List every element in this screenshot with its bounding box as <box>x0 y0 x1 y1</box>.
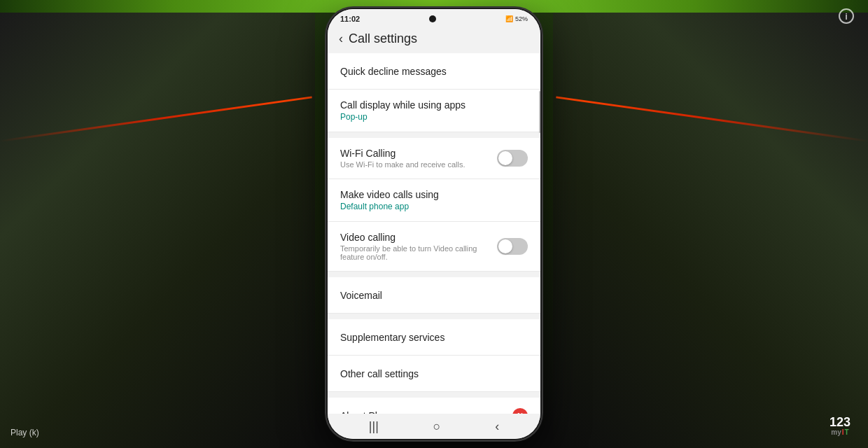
camera-dot <box>429 15 436 22</box>
item-text-video-calls: Make video calls using Default phone app <box>340 189 528 211</box>
settings-item-other-call[interactable]: Other call settings <box>328 356 540 392</box>
item-subtitle-video-calling: Temporarily be able to turn Video callin… <box>340 244 497 261</box>
nav-menu-button[interactable]: ||| <box>369 419 379 434</box>
item-title-other-call: Other call settings <box>340 368 528 379</box>
phone-outer: 11:02 📶 52% ‹ Call settings Quick declin… <box>326 7 542 441</box>
toggle-wifi-calling[interactable] <box>497 150 528 167</box>
item-title-call-display: Call display while using apps <box>340 99 528 111</box>
divider-1 <box>328 132 540 138</box>
logo-it-r: I <box>842 428 844 436</box>
item-text-wifi-calling: Wi-Fi Calling Use Wi-Fi to make and rece… <box>340 148 497 169</box>
item-text-voicemail: Voicemail <box>340 290 528 301</box>
item-title-video-calls: Make video calls using <box>340 189 528 200</box>
logo-my: my <box>831 428 841 436</box>
phone-wrapper: 11:02 📶 52% ‹ Call settings Quick declin… <box>326 7 542 441</box>
settings-item-quick-decline[interactable]: Quick decline messages <box>328 53 540 90</box>
logo-it-g: T <box>845 428 849 436</box>
item-subtitle-video-calls: Default phone app <box>340 202 528 211</box>
page-title: Call settings <box>349 31 417 46</box>
status-time: 11:02 <box>340 15 360 23</box>
item-title-wifi-calling: Wi-Fi Calling <box>340 148 497 159</box>
settings-item-video-calls[interactable]: Make video calls using Default phone app <box>328 179 540 222</box>
logo: 123 my IT <box>819 416 861 441</box>
item-text-video-calling: Video calling Temporarily be able to tur… <box>340 232 497 261</box>
nav-home-button[interactable]: ○ <box>433 419 441 434</box>
info-icon[interactable]: i <box>839 8 854 24</box>
divider-4 <box>328 392 540 398</box>
app-header: ‹ Call settings <box>328 29 540 53</box>
nav-back-button[interactable]: ‹ <box>495 419 499 434</box>
play-label: Play (k) <box>10 428 39 438</box>
wall-right <box>553 13 868 448</box>
divider-2 <box>328 272 540 277</box>
settings-item-call-display[interactable]: Call display while using apps Pop-up <box>328 90 540 132</box>
battery-text: 52% <box>515 15 528 22</box>
status-bar: 11:02 📶 52% <box>328 9 540 29</box>
bottom-nav: ||| ○ ‹ <box>328 414 540 439</box>
settings-item-wifi-calling[interactable]: Wi-Fi Calling Use Wi-Fi to make and rece… <box>328 138 540 179</box>
item-title-supplementary: Supplementary services <box>340 332 528 343</box>
wall-left <box>0 13 315 448</box>
status-icons: 📶 52% <box>505 15 528 22</box>
settings-item-voicemail[interactable]: Voicemail <box>328 277 540 314</box>
notification-badge: N <box>512 408 528 414</box>
logo-text: my IT <box>831 428 848 436</box>
settings-item-about-phone[interactable]: About Phone N <box>328 398 540 414</box>
settings-scroll-area[interactable]: Quick decline messages Call display whil… <box>328 53 540 414</box>
item-title-voicemail: Voicemail <box>340 290 528 301</box>
toggle-video-calling[interactable] <box>497 238 528 255</box>
item-text-other-call: Other call settings <box>340 368 528 379</box>
settings-item-supplementary[interactable]: Supplementary services <box>328 319 540 356</box>
item-subtitle-wifi-calling: Use Wi-Fi to make and receive calls. <box>340 160 497 169</box>
item-text-quick-decline: Quick decline messages <box>340 66 528 77</box>
scroll-indicator <box>539 91 540 133</box>
item-title-quick-decline: Quick decline messages <box>340 66 528 77</box>
item-text-call-display: Call display while using apps Pop-up <box>340 99 528 122</box>
item-subtitle-call-display: Pop-up <box>340 112 528 122</box>
back-button[interactable]: ‹ <box>339 31 343 46</box>
item-title-video-calling: Video calling <box>340 232 497 243</box>
divider-3 <box>328 314 540 319</box>
signal-icon: 📶 <box>505 15 513 22</box>
settings-item-video-calling[interactable]: Video calling Temporarily be able to tur… <box>328 222 540 272</box>
logo-number: 123 <box>830 416 850 428</box>
item-text-supplementary: Supplementary services <box>340 332 528 343</box>
phone-screen: 11:02 📶 52% ‹ Call settings Quick declin… <box>328 9 540 439</box>
